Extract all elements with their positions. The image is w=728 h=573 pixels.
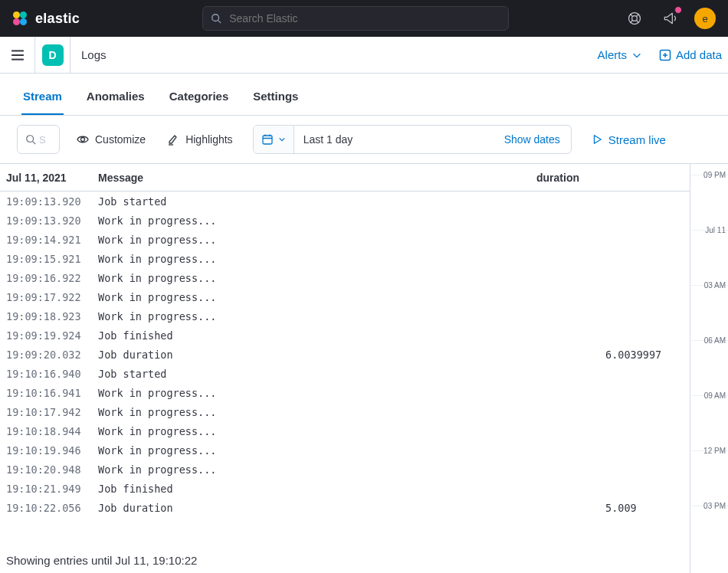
minimap-label: 03 AM (704, 281, 726, 290)
tab-label: Stream (23, 90, 62, 103)
log-timestamp: 19:09:17.922 (6, 291, 98, 303)
log-message: Job duration (98, 502, 536, 514)
date-quick-select[interactable] (254, 126, 294, 153)
global-search-input[interactable] (228, 11, 500, 25)
log-row[interactable]: 19:10:18.944Work in progress... (0, 421, 690, 440)
log-row[interactable]: 19:09:17.922Work in progress... (0, 287, 690, 306)
customize-label: Customize (95, 133, 146, 146)
log-row[interactable]: 19:10:21.949Job finished (0, 479, 690, 498)
svg-point-0 (13, 11, 20, 18)
minimap-slot: 12 PM (690, 450, 728, 451)
show-dates-label: Show dates (504, 133, 560, 146)
add-data-button[interactable]: Add data (659, 48, 722, 61)
svg-point-18 (27, 136, 34, 142)
space-selector[interactable]: D (35, 37, 71, 74)
log-row[interactable]: 19:10:19.946Work in progress... (0, 440, 690, 460)
log-row[interactable]: 19:09:18.923Work in progress... (0, 306, 690, 326)
nav-toggle-button[interactable] (0, 37, 35, 74)
log-timestamp: 19:09:13.920 (6, 214, 98, 227)
add-data-label: Add data (676, 48, 722, 61)
date-range-display[interactable]: Last 1 day (294, 126, 494, 153)
log-timestamp: 19:09:15.921 (6, 253, 98, 265)
help-button[interactable] (624, 8, 645, 29)
tab-categories[interactable]: Categories (168, 79, 231, 115)
alerts-label: Alerts (598, 48, 627, 61)
log-minimap[interactable]: 09 PMJul 1103 AM06 AM09 AM12 PM03 PM (690, 164, 728, 573)
minimap-label: 06 AM (704, 336, 726, 345)
log-area: Jul 11, 2021 Message duration 19:09:13.9… (0, 163, 728, 573)
log-row[interactable]: 19:09:14.921Work in progress... (0, 230, 690, 249)
log-row[interactable]: 19:10:16.941Work in progress... (0, 383, 690, 402)
user-avatar[interactable]: e (694, 8, 716, 29)
customize-button[interactable]: Customize (72, 125, 150, 154)
minimap-slot: 03 AM (690, 285, 728, 286)
tab-label: Anomalies (87, 90, 145, 103)
show-dates-button[interactable]: Show dates (494, 126, 571, 153)
log-timestamp: 19:10:16.940 (6, 368, 98, 380)
log-row[interactable]: 19:10:22.056Job duration5.009 (0, 498, 690, 517)
log-row[interactable]: 19:09:15.921Work in progress... (0, 249, 690, 268)
notification-dot (674, 6, 682, 14)
svg-point-3 (20, 18, 27, 25)
tab-stream[interactable]: Stream (21, 79, 64, 115)
highlights-label: Highlights (185, 133, 232, 146)
svg-line-5 (218, 21, 221, 24)
log-rows[interactable]: 19:09:13.920Job started19:09:13.920Work … (0, 192, 690, 532)
svg-point-2 (13, 18, 20, 25)
log-row[interactable]: 19:09:20.032Job duration6.0039997 (0, 345, 690, 364)
log-row[interactable]: 19:10:20.948Work in progress... (0, 460, 690, 479)
svg-line-8 (630, 14, 632, 16)
log-message: Work in progress... (98, 234, 536, 246)
stream-live-label: Stream live (608, 133, 666, 146)
alerts-dropdown[interactable]: Alerts (598, 48, 642, 61)
hamburger-icon (11, 48, 25, 62)
minimap-label: 12 PM (703, 447, 726, 455)
global-search[interactable] (202, 6, 509, 31)
log-search-input[interactable]: S (17, 125, 60, 154)
log-message: Work in progress... (98, 425, 536, 437)
log-row[interactable]: 19:10:17.942Work in progress... (0, 402, 690, 421)
highlights-button[interactable]: Highlights (162, 125, 237, 154)
tab-anomalies[interactable]: Anomalies (85, 79, 146, 115)
svg-line-10 (630, 21, 632, 23)
log-row[interactable]: 19:09:19.924Job finished (0, 326, 690, 345)
global-header: elastic (0, 0, 728, 37)
news-button[interactable] (659, 8, 680, 29)
avatar-initial: e (702, 13, 707, 25)
log-row[interactable]: 19:10:16.940Job started (0, 364, 690, 383)
minimap-slot: 09 PM (690, 175, 728, 175)
search-icon (211, 13, 221, 24)
elastic-logo-icon (11, 9, 29, 28)
minimap-label: 09 AM (704, 391, 726, 400)
log-message: Work in progress... (98, 406, 536, 418)
stream-live-button[interactable]: Stream live (587, 125, 671, 154)
log-timestamp: 19:10:21.949 (6, 483, 98, 495)
log-duration: 6.0039997 (536, 349, 690, 361)
col-header-duration: duration (536, 172, 690, 184)
log-row[interactable]: 19:09:13.920Job started (0, 192, 690, 211)
minimap-slot: Jul 11 (690, 230, 728, 231)
tabs-row: StreamAnomaliesCategoriesSettings (0, 74, 728, 116)
col-header-message: Message (98, 172, 536, 184)
log-message: Job finished (98, 483, 536, 495)
log-message: Job duration (98, 349, 536, 361)
page-title: Logs (81, 48, 107, 61)
elastic-logo[interactable]: elastic (11, 9, 80, 28)
logs-toolbar: S Customize Highlights (0, 116, 728, 163)
log-duration: 5.009 (536, 502, 690, 514)
log-message: Job started (98, 195, 536, 208)
log-message: Work in progress... (98, 291, 536, 303)
log-row[interactable]: 19:09:16.922Work in progress... (0, 268, 690, 287)
date-range-picker: Last 1 day Show dates (253, 125, 572, 154)
chevron-down-icon (278, 136, 286, 143)
log-message: Job started (98, 368, 536, 380)
log-footer-text: Showing entries until Jul 11, 19:10:22 (6, 554, 197, 567)
log-row[interactable]: 19:09:13.920Work in progress... (0, 211, 690, 230)
tab-settings[interactable]: Settings (251, 79, 300, 115)
log-message: Work in progress... (98, 310, 536, 323)
log-search-hint: S (39, 134, 46, 146)
highlighter-icon (167, 133, 179, 146)
svg-line-19 (33, 142, 36, 145)
tab-label: Categories (169, 90, 229, 103)
minimap-label: 03 PM (703, 502, 726, 510)
